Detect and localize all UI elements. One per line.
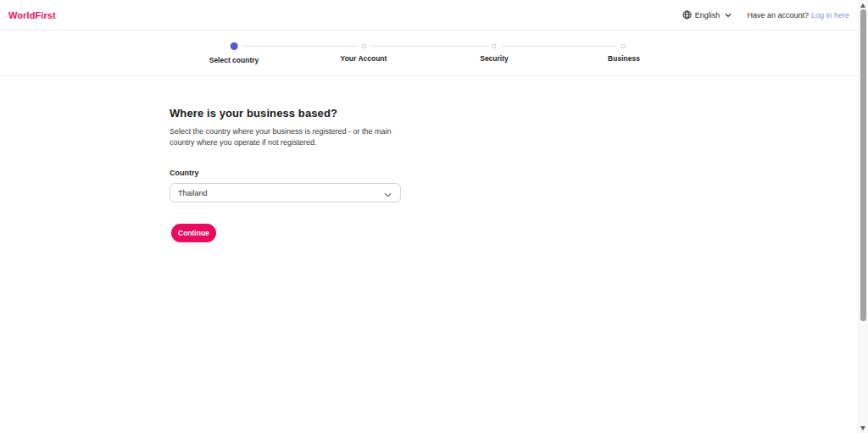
inactive-step-marker <box>621 44 626 48</box>
language-switcher[interactable]: English <box>682 10 732 19</box>
stepper-connector <box>501 46 617 47</box>
onboarding-page: WorldFirst English <box>0 0 858 433</box>
globe-icon <box>682 10 692 19</box>
active-step-dot <box>230 42 237 50</box>
description-line: Select the country where your business i… <box>170 126 858 137</box>
page-title: Where is your business based? <box>170 107 858 119</box>
language-label: English <box>695 11 721 19</box>
main-content: Where is your business based? Select the… <box>0 76 858 242</box>
continue-button[interactable]: Continue <box>171 224 216 242</box>
signup-stepper: Select country Your Account Security Bus… <box>0 31 858 76</box>
stepper-connector <box>370 46 487 47</box>
scrollbar-thumb[interactable] <box>860 9 866 321</box>
vertical-scrollbar[interactable] <box>858 0 868 433</box>
country-field-label: Country <box>170 169 858 177</box>
country-select-value: Thailand <box>178 189 208 197</box>
worldfirst-logo[interactable]: WorldFirst <box>8 10 56 20</box>
inactive-step-marker <box>492 44 496 48</box>
stepper-step-business: Business <box>608 31 640 63</box>
chevron-down-icon <box>725 13 732 18</box>
stepper-step-your-account: Your Account <box>341 31 387 63</box>
description-line: country where you operate if not registe… <box>170 137 858 148</box>
step-label: Your Account <box>341 54 387 63</box>
country-select[interactable]: Thailand <box>170 183 401 203</box>
page-description: Select the country where your business i… <box>170 126 858 148</box>
stepper-step-security: Security <box>480 31 509 63</box>
step-label: Security <box>480 54 509 63</box>
step-label: Business <box>608 54 640 63</box>
top-header: WorldFirst English <box>0 0 858 31</box>
step-label: Select country <box>209 56 259 64</box>
scroll-down-arrow-icon[interactable] <box>858 423 868 433</box>
login-link[interactable]: Log in here <box>811 11 849 19</box>
header-right-cluster: English Have an account?Log in here <box>682 10 849 19</box>
inactive-step-marker <box>362 44 366 48</box>
stepper-step-select-country: Select country <box>209 31 259 64</box>
account-prompt-row: Have an account?Log in here <box>747 11 849 19</box>
chevron-down-icon <box>384 186 392 201</box>
account-prompt-text: Have an account? <box>747 11 809 19</box>
